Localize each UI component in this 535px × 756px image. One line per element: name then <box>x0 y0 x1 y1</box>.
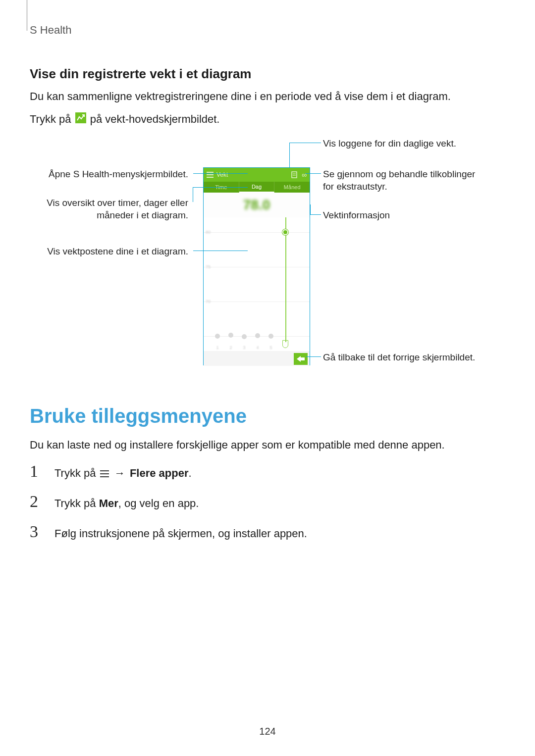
step-2: 2 Trykk på Mer, og velg en app. <box>30 492 505 511</box>
paragraph-intro-1: Du kan sammenligne vektregistreringene d… <box>30 89 505 104</box>
leader-line <box>305 173 321 174</box>
hamburger-menu-icon <box>100 470 109 477</box>
heading-additional-menus: Bruke tilleggsmenyene <box>30 405 505 427</box>
section-indent-line <box>27 0 27 31</box>
leader-line <box>306 356 321 357</box>
phone-screenshot: Vekt ∞ Time Dag Måned 78.0 80 <box>203 167 310 365</box>
step2-bold: Mer <box>99 497 118 509</box>
callout-weight-info: Vektinformasjon <box>323 209 390 222</box>
step2-post: , og velg en app. <box>118 497 199 509</box>
paragraph-intro-2: Trykk på på vekt-hovedskjermbildet. <box>30 111 505 128</box>
leader-line <box>310 214 321 215</box>
callout-back: Gå tilbake til det forrige skjermbildet. <box>323 352 477 364</box>
log-clipboard-icon[interactable] <box>291 171 299 178</box>
p2-pre: Trykk på <box>30 113 71 125</box>
paragraph-section2-intro: Du kan laste ned og installere forskjell… <box>30 437 505 453</box>
phone-title-bar: Vekt ∞ <box>204 168 310 182</box>
leader-line <box>289 143 290 167</box>
header-section-label: S Health <box>30 24 505 37</box>
step-3: 3 Følg instruksjonene på skjermen, og in… <box>30 522 505 542</box>
callout-log-daily-weight: Vis loggene for din daglige vekt. <box>323 138 456 150</box>
back-corner-button[interactable] <box>294 353 308 365</box>
weight-chart: 80 75 70 1 2 3 4 5 <box>204 217 310 351</box>
step1-bold: Flere apper <box>130 467 189 479</box>
step1-pre: Trykk på <box>54 467 96 479</box>
accessory-link-icon[interactable]: ∞ <box>302 171 307 179</box>
chart-toggle-icon <box>75 112 86 128</box>
step3-text: Følg instruksjonene på skjermen, og inst… <box>54 526 505 542</box>
weight-value-blurred: 78.0 <box>243 197 270 213</box>
leader-line <box>289 143 321 143</box>
svg-rect-1 <box>292 172 297 178</box>
callout-accessory: Se gjennom og behandle tilkoblinger for … <box>323 168 477 193</box>
callout-chart: Vis vektpostene dine i et diagram. <box>35 246 188 258</box>
step-number: 2 <box>30 492 45 511</box>
subheading-weight-diagram: Vise din registrerte vekt i et diagram <box>30 66 505 82</box>
step-1: 1 Trykk på → Flere apper. <box>30 462 505 481</box>
step-list: 1 Trykk på → Flere apper. 2 Trykk på Mer… <box>30 462 505 541</box>
leader-line <box>310 204 311 214</box>
phone-title: Vekt <box>216 171 228 178</box>
leader-line <box>193 251 248 251</box>
arrow-icon: → <box>114 466 125 481</box>
current-weight-display: 78.0 <box>204 193 310 217</box>
step1-post: . <box>189 467 192 479</box>
step2-pre: Trykk på <box>54 497 99 509</box>
leader-line <box>193 187 193 202</box>
annotated-figure: Vis loggene for din daglige vekt. Vekt ∞… <box>30 138 505 380</box>
callout-time-range: Vis oversikt over timer, dager eller mån… <box>35 197 188 221</box>
step-number: 3 <box>30 522 45 541</box>
p2-post: på vekt-hovedskjermbildet. <box>90 113 220 125</box>
page-number: 124 <box>0 726 535 737</box>
leader-line <box>193 173 248 174</box>
leader-line <box>193 187 248 188</box>
callout-open-menu: Åpne S Health-menyskjermbildet. <box>35 168 188 181</box>
tab-month[interactable]: Måned <box>274 182 310 193</box>
step-number: 1 <box>30 462 45 481</box>
phone-footer-bar <box>204 351 310 366</box>
menu-icon[interactable] <box>207 172 214 178</box>
